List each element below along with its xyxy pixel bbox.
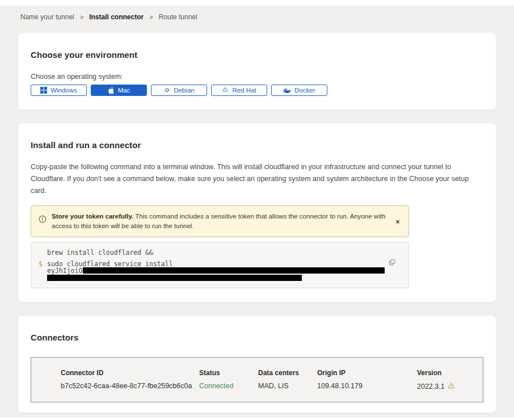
redhat-icon	[222, 87, 229, 94]
warning-text: Store your token carefully. This command…	[52, 212, 388, 231]
code-text: brew install cloudflared &&	[47, 249, 153, 256]
os-button-label: Debian	[174, 87, 194, 94]
code-gutter	[39, 249, 47, 256]
os-button-mac[interactable]: Mac	[91, 85, 147, 96]
code-line-sudo: $ sudo cloudflared service install	[39, 261, 399, 267]
os-button-label: Windows	[50, 87, 77, 94]
debian-icon	[163, 87, 170, 94]
status-badge: Connected	[199, 382, 258, 390]
redacted-token-bar	[47, 275, 302, 281]
os-button-docker[interactable]: Docker	[271, 85, 327, 96]
breadcrumb-name-your-tunnel[interactable]: Name your tunnel	[20, 13, 74, 21]
docker-icon	[283, 87, 291, 94]
os-button-group: Windows Mac Debian Red Hat	[31, 85, 483, 96]
os-select-label: Choose an operating system:	[31, 73, 483, 81]
redacted-token-bar	[83, 267, 385, 274]
warning-text-bold: Store your token carefully.	[52, 213, 133, 220]
choose-environment-card: Choose your environment Choose an operat…	[18, 32, 496, 110]
breadcrumb-install-connector[interactable]: Install connector	[89, 13, 144, 21]
install-description: Copy-paste the following command into a …	[31, 161, 482, 197]
breadcrumb: Name your tunnel > Install connector > R…	[0, 6, 514, 21]
connectors-title: Connectors	[31, 333, 483, 342]
copy-icon[interactable]	[388, 258, 396, 268]
breadcrumb-separator: >	[149, 14, 153, 20]
apple-icon	[108, 87, 115, 94]
code-gutter	[39, 267, 47, 274]
version-value: 2022.3.1	[417, 382, 483, 390]
col-header-origin-ip: Origin IP	[317, 369, 417, 377]
shell-prompt: $	[39, 261, 47, 267]
alert-circle-icon	[39, 215, 47, 225]
os-button-label: Mac	[118, 87, 130, 94]
table-header-row: Connector ID Status Data centers Origin …	[61, 369, 483, 377]
code-line-token: eyJhIjoiO	[39, 267, 399, 274]
connector-id-value: b7c52c42-6caa-48ee-8c77-fbe259cb6c0a	[61, 382, 199, 390]
warning-triangle-icon	[448, 382, 455, 390]
code-line-brew: brew install cloudflared &&	[39, 249, 399, 256]
os-button-debian[interactable]: Debian	[151, 85, 207, 96]
os-button-windows[interactable]: Windows	[31, 85, 87, 96]
col-header-status: Status	[199, 369, 258, 377]
col-header-version: Version	[417, 369, 483, 377]
connectors-table: Connector ID Status Data centers Origin …	[31, 357, 483, 402]
connectors-card: Connectors Connector ID Status Data cent…	[18, 315, 496, 413]
token-prefix: eyJhIjoiO	[47, 267, 82, 274]
close-icon[interactable]: ×	[393, 217, 403, 227]
version-number: 2022.3.1	[417, 383, 445, 390]
top-strip	[0, 0, 514, 6]
breadcrumb-route-tunnel[interactable]: Route tunnel	[159, 13, 197, 21]
windows-icon	[40, 87, 47, 94]
os-button-label: Docker	[294, 87, 315, 94]
data-centers-value: MAD, LIS	[258, 382, 317, 390]
col-header-data-centers: Data centers	[258, 369, 317, 377]
install-command-code-block: brew install cloudflared && $ sudo cloud…	[31, 242, 409, 288]
code-gutter	[39, 274, 47, 281]
code-line-token-2	[39, 274, 399, 281]
origin-ip-value: 109.48.10.179	[317, 382, 417, 390]
choose-environment-title: Choose your environment	[31, 50, 483, 60]
install-connector-title: Install and run a connector	[31, 140, 483, 150]
token-warning-banner: Store your token carefully. This command…	[31, 205, 409, 237]
os-button-label: Red Hat	[232, 87, 256, 94]
bottom-strip	[0, 417, 514, 420]
col-header-connector-id: Connector ID	[61, 369, 199, 377]
install-connector-card: Install and run a connector Copy-paste t…	[18, 123, 496, 303]
table-row: b7c52c42-6caa-48ee-8c77-fbe259cb6c0a Con…	[61, 382, 483, 390]
os-button-redhat[interactable]: Red Hat	[211, 85, 267, 96]
breadcrumb-separator: >	[80, 14, 83, 20]
